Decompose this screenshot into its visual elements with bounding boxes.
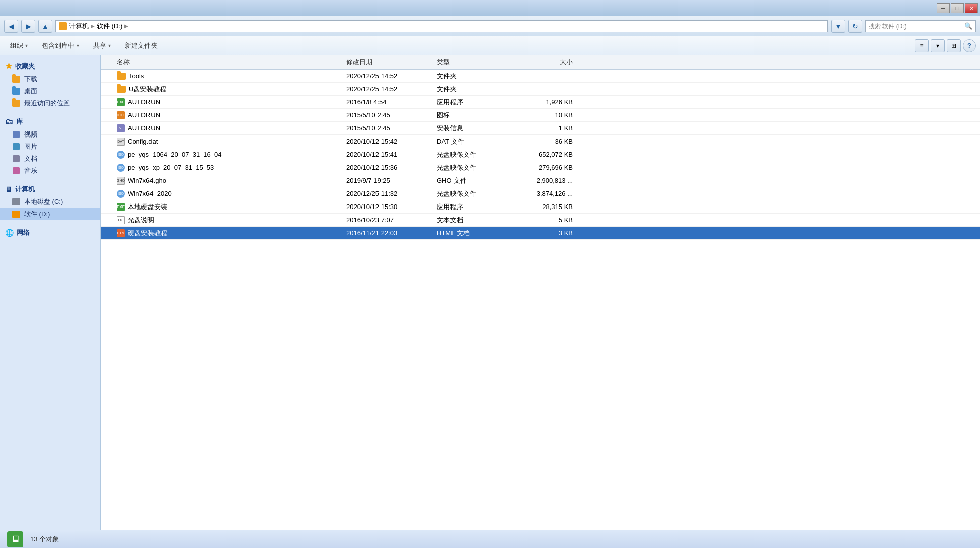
col-header-date[interactable]: 修改日期 [346, 58, 437, 67]
path-disk[interactable]: 软件 (D:) [97, 22, 122, 31]
sidebar-recent-label: 最近访问的位置 [24, 99, 70, 108]
file-list: 名称 修改日期 类型 大小 Tools 2020/12/25 14:52 文件夹… [101, 55, 980, 530]
file-name-cell: GHO Win7x64.gho [105, 177, 346, 185]
table-row[interactable]: DAT Config.dat 2020/10/12 15:42 DAT 文件 3… [101, 135, 980, 148]
file-date-cell: 2015/5/10 2:45 [346, 124, 437, 132]
download-folder-icon [12, 75, 20, 83]
col-header-size[interactable]: 大小 [517, 58, 583, 67]
sidebar-header-computer[interactable]: 🖥 计算机 [0, 183, 100, 196]
file-type-icon: ISO [117, 151, 125, 159]
path-computer[interactable]: 计算机 [69, 22, 89, 31]
sidebar-item-disk-d[interactable]: 软件 (D:) [0, 208, 100, 220]
sidebar-network-label: 网络 [17, 228, 30, 237]
sidebar-item-downloads[interactable]: 下载 [0, 73, 100, 85]
table-row[interactable]: HTM 硬盘安装教程 2016/11/21 22:03 HTML 文档 3 KB [101, 227, 980, 240]
search-box[interactable]: 🔍 [865, 20, 976, 32]
forward-button[interactable]: ▶ [21, 20, 35, 33]
computer-icon: 🖥 [5, 185, 12, 193]
sidebar-images-label: 图片 [24, 142, 37, 151]
refresh-button[interactable]: ↻ [848, 20, 862, 33]
path-icon [59, 22, 67, 30]
sidebar-item-recent[interactable]: 最近访问的位置 [0, 97, 100, 109]
file-date-cell: 2016/11/21 22:03 [346, 229, 437, 237]
file-name-cell: ICO AUTORUN [105, 111, 346, 119]
dropdown-button[interactable]: ▼ [831, 20, 845, 33]
file-name-cell: EXE 本地硬盘安装 [105, 202, 346, 212]
address-path[interactable]: 计算机 ▶ 软件 (D:) ▶ [55, 20, 828, 32]
search-input[interactable] [869, 23, 962, 30]
sidebar-docs-label: 文档 [24, 154, 37, 163]
status-count-text: 13 个对象 [30, 535, 59, 544]
view-preview-button[interactable]: ⊞ [947, 39, 961, 52]
table-row[interactable]: INF AUTORUN 2015/5/10 2:45 安装信息 1 KB [101, 122, 980, 135]
table-row[interactable]: GHO Win7x64.gho 2019/9/7 19:25 GHO 文件 2,… [101, 174, 980, 187]
file-date-cell: 2016/10/23 7:07 [346, 216, 437, 224]
file-type-icon: GHO [117, 177, 125, 185]
file-type-icon: ISO [117, 164, 125, 172]
sidebar-item-video[interactable]: 视频 [0, 128, 100, 141]
up-button[interactable]: ▲ [38, 20, 52, 33]
file-size-cell: 3 KB [517, 229, 583, 237]
file-type-cell: 图标 [437, 111, 517, 120]
file-name-cell: EXE AUTORUN [105, 98, 346, 106]
file-name-text: AUTORUN [128, 111, 160, 119]
include-library-button[interactable]: 包含到库中 ▾ [36, 39, 85, 53]
table-row[interactable]: TXT 光盘说明 2016/10/23 7:07 文本文档 5 KB [101, 214, 980, 227]
view-arrow-button[interactable]: ▾ [931, 39, 945, 52]
sidebar-item-docs[interactable]: 文档 [0, 153, 100, 165]
file-name-text: 本地硬盘安装 [128, 202, 167, 212]
sidebar-header-favorites[interactable]: ★ 收藏夹 [0, 59, 100, 73]
col-header-name[interactable]: 名称 [105, 58, 346, 67]
sidebar-header-network[interactable]: 🌐 网络 [0, 226, 100, 239]
docs-icon [12, 155, 20, 163]
file-rows-container: Tools 2020/12/25 14:52 文件夹 U盘安装教程 2020/1… [101, 70, 980, 240]
disk-c-icon [12, 198, 20, 206]
file-type-icon: ISO [117, 190, 125, 198]
sidebar-library-label: 库 [16, 117, 23, 126]
sidebar-header-library[interactable]: 🗂 库 [0, 115, 100, 128]
file-type-cell: 应用程序 [437, 202, 517, 212]
share-label: 共享 [93, 41, 106, 50]
file-type-icon: TXT [117, 216, 125, 224]
disk-d-icon [12, 210, 20, 218]
back-button[interactable]: ◀ [4, 20, 18, 33]
table-row[interactable]: ICO AUTORUN 2015/5/10 2:45 图标 10 KB [101, 109, 980, 122]
maximize-button[interactable]: □ [951, 3, 964, 13]
col-header-type[interactable]: 类型 [437, 58, 517, 67]
sidebar-disk-d-label: 软件 (D:) [24, 210, 50, 219]
table-row[interactable]: EXE 本地硬盘安装 2020/10/12 15:30 应用程序 28,315 … [101, 200, 980, 214]
table-row[interactable]: Tools 2020/12/25 14:52 文件夹 [101, 70, 980, 83]
file-type-icon: HTM [117, 229, 125, 237]
status-icon-inner: 🖥 [7, 531, 23, 547]
close-button[interactable]: ✕ [965, 3, 978, 13]
sidebar-music-label: 音乐 [24, 166, 37, 175]
table-row[interactable]: EXE AUTORUN 2016/1/8 4:54 应用程序 1,926 KB [101, 96, 980, 109]
minimize-button[interactable]: ─ [937, 3, 950, 13]
search-icon[interactable]: 🔍 [964, 22, 972, 30]
table-row[interactable]: U盘安装教程 2020/12/25 14:52 文件夹 [101, 83, 980, 96]
sidebar-item-music[interactable]: 音乐 [0, 165, 100, 177]
title-bar-buttons: ─ □ ✕ [937, 3, 978, 13]
sidebar-computer-label: 计算机 [15, 185, 35, 194]
share-button[interactable]: 共享 ▾ [87, 39, 117, 53]
sidebar-disk-c-label: 本地磁盘 (C:) [24, 197, 63, 207]
toolbar-right: ≡ ▾ ⊞ ? [915, 39, 976, 52]
file-name-cell: DAT Config.dat [105, 138, 346, 146]
new-folder-button[interactable]: 新建文件夹 [119, 39, 164, 53]
sidebar-item-images[interactable]: 图片 [0, 141, 100, 153]
file-name-text: AUTORUN [128, 98, 160, 106]
file-type-icon [117, 86, 126, 93]
table-row[interactable]: ISO Win7x64_2020 2020/12/25 11:32 光盘映像文件… [101, 187, 980, 200]
view-mode-button[interactable]: ≡ [915, 39, 929, 52]
organize-button[interactable]: 组织 ▾ [4, 39, 34, 53]
sidebar-video-label: 视频 [24, 130, 37, 139]
help-button[interactable]: ? [963, 39, 976, 52]
file-date-cell: 2020/10/12 15:30 [346, 203, 437, 211]
sidebar-item-desktop[interactable]: 桌面 [0, 85, 100, 97]
file-size-cell: 1,926 KB [517, 98, 583, 106]
sidebar-item-disk-c[interactable]: 本地磁盘 (C:) [0, 196, 100, 208]
table-row[interactable]: ISO pe_yqs_xp_20_07_31_15_53 2020/10/12 … [101, 161, 980, 174]
video-icon [12, 130, 20, 139]
table-row[interactable]: ISO pe_yqs_1064_20_07_31_16_04 2020/10/1… [101, 148, 980, 161]
sidebar-favorites-label: 收藏夹 [15, 62, 35, 71]
